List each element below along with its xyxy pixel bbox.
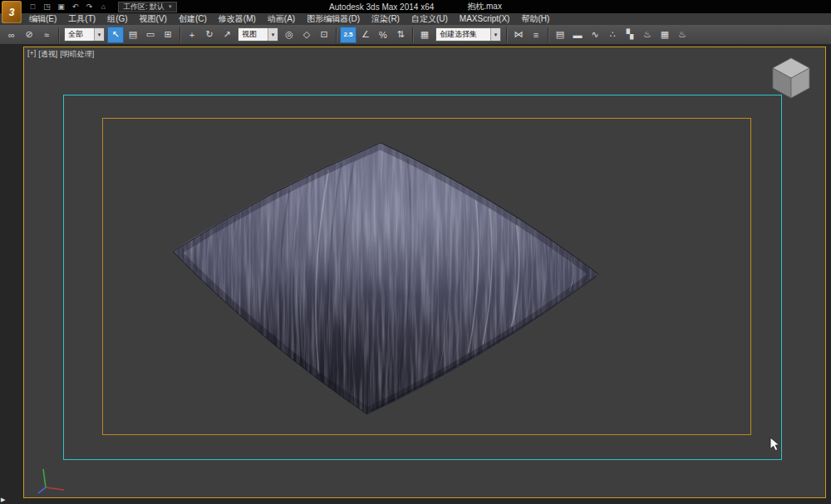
open-file-button[interactable]: ◳ — [41, 2, 53, 12]
mouse-cursor — [770, 438, 782, 452]
chevron-down-icon: ▾ — [268, 28, 278, 41]
perspective-viewport[interactable]: [+] [透视] [明暗处理] — [23, 46, 826, 498]
schematic-view-button[interactable]: ∴ — [604, 27, 621, 43]
toolbar-separator — [506, 27, 507, 42]
select-and-scale-button[interactable]: ↗ — [219, 27, 235, 43]
viewport-shading-menu[interactable]: [明暗处理] — [60, 49, 94, 60]
3ds-max-logo-icon: 3 — [9, 7, 15, 18]
rectangular-selection-region-button[interactable]: ▭ — [142, 27, 159, 43]
select-and-link-button[interactable]: ∞ — [3, 27, 20, 43]
snaps-toggle-button[interactable]: 2.5 — [340, 27, 356, 43]
align-button[interactable]: ≡ — [528, 27, 544, 43]
unlink-selection-button[interactable]: ⊘ — [21, 27, 37, 43]
project-folder-button[interactable]: ⌂ — [97, 2, 110, 12]
viewport-pov-menu[interactable]: [透视] — [38, 49, 57, 60]
chevron-down-icon: ▾ — [169, 3, 172, 10]
select-by-name-button[interactable]: ▤ — [125, 27, 141, 43]
viewport-area: [+] [透视] [明暗处理] ▶ — [0, 45, 831, 504]
toolbar-separator — [412, 27, 413, 42]
undo-button[interactable]: ↶ — [69, 2, 81, 12]
chevron-down-icon: ▾ — [490, 28, 500, 41]
menu-animation[interactable]: 动画(A) — [262, 13, 301, 25]
application-button[interactable]: 3 — [2, 1, 22, 23]
spinner-snap-button[interactable]: ⇅ — [392, 27, 409, 43]
curve-editor-button[interactable]: ∿ — [587, 27, 603, 43]
rendered-frame-window-button[interactable]: ▦ — [656, 27, 673, 43]
viewport-label: [+] [透视] [明暗处理] — [27, 49, 94, 60]
select-object-button[interactable]: ↖ — [107, 27, 124, 43]
edit-named-selection-sets-button[interactable]: ▦ — [416, 27, 433, 43]
menu-bar: 编辑(E)工具(T)组(G)视图(V)创建(C)修改器(M)动画(A)图形编辑器… — [0, 13, 831, 25]
material-editor-button[interactable]: ▚ — [622, 27, 638, 43]
pillow-model[interactable] — [120, 118, 631, 471]
title-bar: 3 □◳▣↶↷⌂ 工作区: 默认 ▾ Autodesk 3ds Max 2014… — [0, 0, 831, 13]
toolbar-separator — [58, 27, 59, 42]
toolbar-separator — [548, 27, 548, 42]
quick-access-toolbar: □◳▣↶↷⌂ — [27, 2, 110, 12]
workspace-label: 工作区: 默认 — [123, 2, 165, 12]
expand-arrow-icon[interactable]: ▶ — [1, 497, 5, 503]
menu-edit[interactable]: 编辑(E) — [23, 13, 62, 25]
select-and-manipulate-button[interactable]: ◇ — [298, 27, 315, 43]
menu-rendering[interactable]: 渲染(R) — [366, 13, 406, 25]
chevron-down-icon: ▾ — [94, 28, 104, 41]
new-scene-button[interactable]: □ — [27, 2, 39, 12]
viewport-general-menu[interactable]: [+] — [27, 49, 36, 60]
selection-filter-dropdown[interactable]: 全部▾ — [64, 27, 105, 42]
percent-snap-button[interactable]: % — [375, 27, 391, 43]
save-file-button[interactable]: ▣ — [55, 2, 67, 12]
menu-maxscript[interactable]: MAXScript(X) — [454, 13, 516, 25]
toolbar-separator — [336, 27, 337, 42]
menu-create[interactable]: 创建(C) — [173, 13, 213, 25]
menu-tools[interactable]: 工具(T) — [62, 13, 101, 25]
menu-group[interactable]: 组(G) — [101, 13, 133, 25]
reference-coordinate-system-dropdown[interactable]: 视图▾ — [238, 27, 278, 42]
world-axis-gizmo — [32, 461, 69, 494]
menu-customize[interactable]: 自定义(U) — [406, 13, 454, 25]
graphite-modeling-tools-button[interactable]: ▬ — [569, 27, 586, 43]
mirror-button[interactable]: ⋈ — [510, 27, 527, 43]
manage-layers-button[interactable]: ▤ — [552, 27, 568, 43]
angle-snap-button[interactable]: ∠ — [357, 27, 374, 43]
main-toolbar: ∞⊘≈全部▾↖▤▭⊞+↻↗视图▾◎◇⊡2.5∠%⇅▦创建选择集▾⋈≡▤▬∿∴▚♨… — [0, 25, 831, 45]
menu-graph-editors[interactable]: 图形编辑器(D) — [301, 13, 366, 25]
product-title: Autodesk 3ds Max 2014 x64 — [329, 2, 434, 12]
named-selection-sets-dropdown[interactable]: 创建选择集▾ — [435, 27, 501, 42]
menu-views[interactable]: 视图(V) — [134, 13, 173, 25]
file-title: 抱枕.max — [467, 1, 502, 12]
viewcube[interactable] — [767, 54, 815, 102]
render-production-button[interactable]: ♨ — [674, 27, 691, 43]
select-and-move-button[interactable]: + — [184, 27, 200, 43]
x-axis — [46, 487, 64, 490]
toolbar-separator — [179, 27, 180, 42]
y-axis — [38, 487, 46, 493]
select-and-rotate-button[interactable]: ↻ — [201, 27, 218, 43]
menu-modifiers[interactable]: 修改器(M) — [213, 13, 262, 25]
z-axis — [43, 469, 46, 487]
render-setup-button[interactable]: ♨ — [639, 27, 656, 43]
workspace-dropdown[interactable]: 工作区: 默认 ▾ — [118, 2, 177, 12]
window-crossing-button[interactable]: ⊞ — [160, 27, 176, 43]
bind-to-space-warp-button[interactable]: ≈ — [38, 27, 55, 43]
viewport-canvas[interactable] — [24, 47, 825, 497]
redo-button[interactable]: ↷ — [83, 2, 96, 12]
keyboard-shortcut-override-button[interactable]: ⊡ — [316, 27, 332, 43]
use-pivot-point-center-button[interactable]: ◎ — [281, 27, 297, 43]
menu-help[interactable]: 帮助(H) — [515, 13, 555, 25]
